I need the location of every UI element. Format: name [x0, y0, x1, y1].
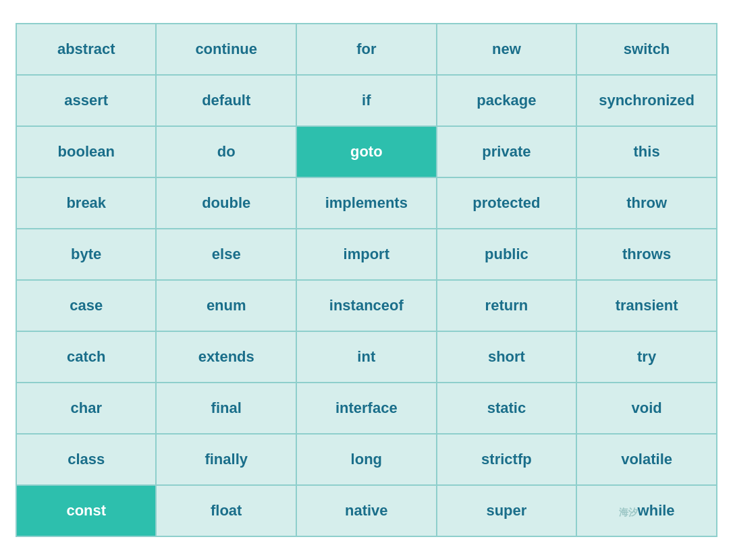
table-cell: short	[437, 331, 577, 383]
cell-text: import	[344, 246, 389, 262]
cell-text: default	[202, 92, 250, 109]
table-cell: boolean	[16, 126, 156, 177]
table-row: caseenuminstanceofreturntransient	[16, 280, 717, 331]
cell-text: enum	[207, 297, 246, 314]
cell-text: protected	[472, 194, 540, 211]
cell-text: finally	[205, 451, 248, 468]
cell-text: instanceof	[329, 297, 404, 314]
table-row: assertdefaultifpackagesynchronized	[16, 75, 717, 126]
cell-text: while	[638, 502, 675, 519]
cell-text: throw	[626, 194, 667, 211]
table-cell: return	[437, 280, 577, 331]
cell-text: assert	[64, 92, 108, 109]
cell-text: break	[66, 194, 106, 211]
cell-text: throws	[622, 246, 671, 262]
table-cell: const	[16, 485, 156, 536]
cell-text: final	[211, 399, 242, 416]
cell-text: interface	[335, 399, 398, 416]
cell-text: byte	[71, 246, 101, 262]
cell-text: catch	[67, 348, 105, 365]
table-cell: assert	[16, 75, 156, 126]
table-cell: volatile	[576, 434, 717, 485]
cell-text: package	[477, 92, 536, 109]
table-cell: enum	[156, 280, 296, 331]
keywords-table: abstractcontinuefornewswitchassertdefaul…	[16, 23, 717, 537]
table-cell: 海汐while	[576, 485, 717, 536]
table-cell: float	[156, 485, 296, 536]
cell-text: private	[482, 143, 531, 160]
table-cell: private	[437, 126, 577, 177]
table-cell: break	[16, 177, 156, 229]
table-cell: throw	[576, 177, 717, 229]
cell-text: switch	[624, 40, 670, 57]
table-row: byteelseimportpublicthrows	[16, 229, 717, 280]
table-row: constfloatnativesuper海汐while	[16, 485, 717, 536]
table-cell: throws	[576, 229, 717, 280]
table-cell: instanceof	[296, 280, 437, 331]
cell-text: this	[634, 143, 660, 160]
table-cell: static	[437, 383, 577, 434]
table-cell: if	[296, 75, 437, 126]
cell-text: if	[362, 92, 371, 109]
cell-text: const	[66, 502, 106, 519]
cell-text: goto	[350, 143, 383, 160]
table-row: classfinallylongstrictfpvolatile	[16, 434, 717, 485]
table-cell: catch	[16, 331, 156, 383]
table-cell: this	[576, 126, 717, 177]
cell-text: char	[70, 399, 101, 416]
table-row: charfinalinterfacestaticvoid	[16, 383, 717, 434]
table-cell: char	[16, 383, 156, 434]
cell-text: case	[70, 297, 103, 314]
cell-text: continue	[195, 40, 257, 57]
table-cell: long	[296, 434, 437, 485]
table-cell: implements	[296, 177, 437, 229]
table-cell: package	[437, 75, 577, 126]
cell-text: synchronized	[599, 92, 695, 109]
table-cell: final	[156, 383, 296, 434]
cell-text: double	[202, 194, 250, 211]
table-cell: try	[576, 331, 717, 383]
table-cell: class	[16, 434, 156, 485]
table-cell: import	[296, 229, 437, 280]
cell-text: short	[488, 348, 525, 365]
cell-text: extends	[198, 348, 254, 365]
cell-text: public	[485, 246, 528, 262]
table-cell: extends	[156, 331, 296, 383]
cell-text: abstract	[57, 40, 115, 57]
table-cell: for	[296, 24, 437, 75]
table-cell: strictfp	[437, 434, 577, 485]
table-cell: new	[437, 24, 577, 75]
table-row: breakdoubleimplementsprotectedthrow	[16, 177, 717, 229]
cell-text: transient	[616, 297, 678, 314]
table-cell: void	[576, 383, 717, 434]
table-cell: synchronized	[576, 75, 717, 126]
cell-text: strictfp	[481, 451, 532, 468]
table-cell: super	[437, 485, 577, 536]
cell-text: class	[67, 451, 105, 468]
cell-text: return	[485, 297, 528, 314]
table-cell: interface	[296, 383, 437, 434]
cell-text: super	[486, 502, 526, 519]
table-cell: goto	[296, 126, 437, 177]
cell-text: boolean	[58, 143, 115, 160]
table-row: catchextendsintshorttry	[16, 331, 717, 383]
table-cell: continue	[156, 24, 296, 75]
cell-text: volatile	[621, 451, 672, 468]
cell-text: new	[492, 40, 521, 57]
table-cell: transient	[576, 280, 717, 331]
table-cell: do	[156, 126, 296, 177]
cell-text: long	[351, 451, 382, 468]
table-cell: int	[296, 331, 437, 383]
cell-text: void	[631, 399, 661, 416]
cell-text: do	[217, 143, 236, 160]
table-cell: switch	[576, 24, 717, 75]
table-cell: native	[296, 485, 437, 536]
cell-text: float	[211, 502, 242, 519]
table-row: booleandogotoprivatethis	[16, 126, 717, 177]
table-cell: public	[437, 229, 577, 280]
table-cell: finally	[156, 434, 296, 485]
cell-text: native	[345, 502, 388, 519]
cell-text: int	[357, 348, 375, 365]
cell-text: for	[356, 40, 376, 57]
table-cell: default	[156, 75, 296, 126]
